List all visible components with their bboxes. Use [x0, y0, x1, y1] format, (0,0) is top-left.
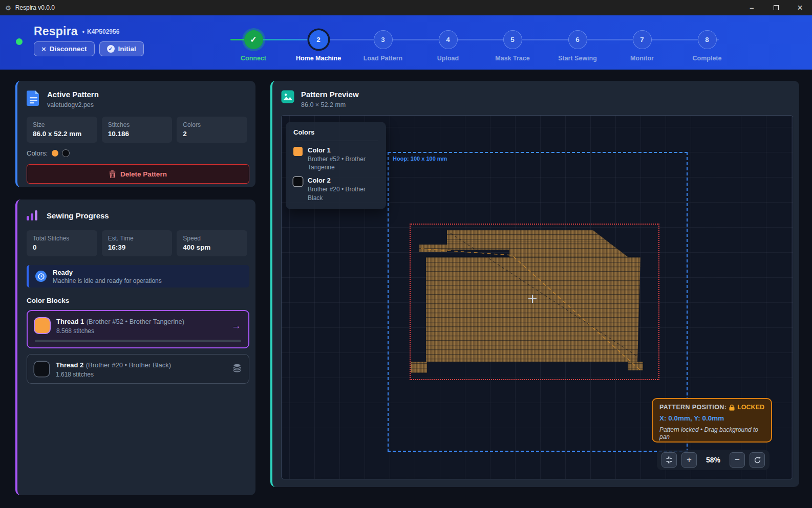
delete-pattern-button[interactable]: Delete Pattern	[27, 164, 249, 184]
pattern-colors-row: Colors:	[27, 149, 247, 157]
clock-icon	[35, 271, 47, 282]
step-monitor-circle[interactable]: 7	[633, 30, 652, 49]
step-connect[interactable]: ✓ Connect	[221, 30, 286, 62]
pattern-preview-card: Pattern Preview 86.0 × 52.2 mm Hoop: 100…	[270, 81, 799, 487]
step-home-label: Home Machine	[296, 55, 341, 62]
position-label: PATTERN POSITION:	[659, 404, 726, 411]
layers-stack-icon	[232, 364, 242, 374]
thread-2-swatch	[34, 362, 49, 377]
sewing-progress-card: Sewing Progress Total Stitches 0 Est. Ti…	[15, 200, 255, 495]
thread-1-block[interactable]: Thread 1 (Brother #52 • Brother Tangerin…	[27, 310, 249, 348]
step-sewing-circle[interactable]: 6	[568, 30, 587, 49]
color-dot-black	[62, 150, 69, 157]
legend-title: Colors	[293, 128, 378, 136]
step-connect-circle[interactable]: ✓	[244, 30, 263, 49]
workflow-stepper: ✓ Connect 2 Home Machine 3 Load Pattern …	[0, 15, 812, 70]
window-controls: − ×	[740, 0, 812, 15]
step-complete-label: Complete	[693, 55, 722, 62]
fit-to-view-button[interactable]	[661, 452, 677, 468]
step-load-pattern[interactable]: 3 Load Pattern	[351, 30, 415, 62]
active-pattern-card: Active Pattern valetudogv2.pes Size 86.0…	[15, 81, 255, 187]
maximize-icon	[774, 5, 779, 10]
bar-chart-icon	[27, 209, 40, 222]
step-mask-label: Mask Trace	[495, 55, 529, 62]
step-upload-label: Upload	[437, 55, 459, 62]
step-upload[interactable]: 4 Upload	[416, 30, 480, 62]
stat-colors: Colors 2	[177, 117, 247, 143]
close-button[interactable]: ×	[788, 0, 812, 15]
stat-total-stitches: Total Stitches 0	[27, 230, 97, 256]
pattern-preview-title: Pattern Preview	[301, 90, 359, 99]
pattern-filename: valetudogv2.pes	[47, 101, 99, 108]
stat-stitches: Stitches 10.186	[102, 117, 173, 143]
image-icon	[281, 90, 294, 103]
step-start-sewing[interactable]: 6 Start Sewing	[545, 30, 610, 62]
maximize-button[interactable]	[764, 0, 788, 15]
app-header: Respira •K4P502956 × Disconnect ✓ Initia…	[0, 15, 812, 70]
step-connect-label: Connect	[241, 55, 266, 62]
stat-speed: Speed 400 spm	[177, 230, 247, 256]
thread-1-swatch	[35, 318, 50, 333]
step-mask-circle[interactable]: 5	[503, 30, 522, 49]
reset-view-button[interactable]	[750, 452, 765, 468]
position-hint: Pattern locked • Drag background to pan	[659, 426, 764, 440]
compress-icon	[666, 456, 673, 463]
colors-legend: Colors Color 1 Brother #52 • Brother Tan…	[286, 122, 386, 209]
step-sewing-label: Start Sewing	[558, 55, 597, 62]
minimize-icon: −	[750, 4, 754, 12]
refresh-icon	[754, 456, 761, 464]
pattern-stats: Size 86.0 x 52.2 mm Stitches 10.186 Colo…	[27, 117, 247, 143]
step-load-label: Load Pattern	[364, 55, 402, 62]
zoom-out-button[interactable]: −	[730, 452, 745, 468]
legend-swatch-tangerine	[293, 147, 303, 156]
arrow-right-icon: →	[231, 320, 241, 332]
step-home-circle[interactable]: 2	[309, 30, 328, 49]
lock-icon	[729, 404, 735, 411]
position-coordinates: X: 0.0mm, Y: 0.0mm	[659, 414, 764, 422]
app-icon: ⚙	[5, 4, 11, 12]
thread-2-block[interactable]: Thread 2 (Brother #20 • Brother Black) 1…	[27, 354, 249, 384]
step-monitor-label: Monitor	[630, 55, 654, 62]
color-blocks-title: Color Blocks	[27, 297, 247, 304]
step-load-circle[interactable]: 3	[374, 30, 393, 49]
step-upload-circle[interactable]: 4	[439, 30, 458, 49]
legend-swatch-black	[293, 177, 303, 186]
zoom-level: 58%	[701, 456, 725, 464]
trash-icon	[109, 170, 116, 178]
step-home-machine[interactable]: 2 Home Machine	[286, 30, 351, 62]
app-window: { "titlebar": { "title": "Respira v0.0.0…	[0, 0, 812, 508]
pattern-dimensions: 86.0 × 52.2 mm	[301, 101, 359, 108]
machine-status-banner: Ready Machine is idle and ready for oper…	[27, 265, 249, 288]
minimize-button[interactable]: −	[740, 0, 764, 15]
color-dot-tangerine	[52, 150, 58, 157]
window-titlebar[interactable]: ⚙ Respira v0.0.0 − ×	[0, 0, 812, 15]
check-icon: ✓	[250, 35, 257, 45]
file-icon	[27, 90, 40, 106]
active-pattern-title: Active Pattern	[47, 90, 99, 99]
thread-1-progress-bar	[35, 340, 241, 342]
stat-est-time: Est. Time 16:39	[102, 230, 173, 256]
step-monitor[interactable]: 7 Monitor	[610, 30, 674, 62]
step-mask-trace[interactable]: 5 Mask Trace	[480, 30, 545, 62]
window-title: Respira v0.0.0	[15, 4, 55, 11]
legend-color-2: Color 2 Brother #20 • Brother Black	[293, 176, 378, 202]
status-description: Machine is idle and ready for operations	[53, 277, 162, 284]
pattern-position-panel: PATTERN POSITION: LOCKED X: 0.0mm, Y: 0.…	[652, 398, 772, 443]
stat-size: Size 86.0 x 52.2 mm	[27, 117, 97, 143]
legend-color-1: Color 1 Brother #52 • Brother Tangerine	[293, 146, 378, 171]
step-complete[interactable]: 8 Complete	[675, 30, 739, 62]
step-complete-circle[interactable]: 8	[698, 30, 717, 49]
preview-canvas[interactable]: Hoop: 100 x 100 mm	[281, 115, 793, 479]
status-title: Ready	[53, 269, 162, 276]
locked-badge: LOCKED	[737, 404, 764, 411]
close-icon: ×	[797, 3, 803, 13]
zoom-in-button[interactable]: +	[681, 452, 697, 468]
sewing-stats: Total Stitches 0 Est. Time 16:39 Speed 4…	[27, 230, 247, 256]
sewing-progress-title: Sewing Progress	[47, 211, 109, 220]
zoom-toolbar: + 58% −	[657, 450, 770, 470]
